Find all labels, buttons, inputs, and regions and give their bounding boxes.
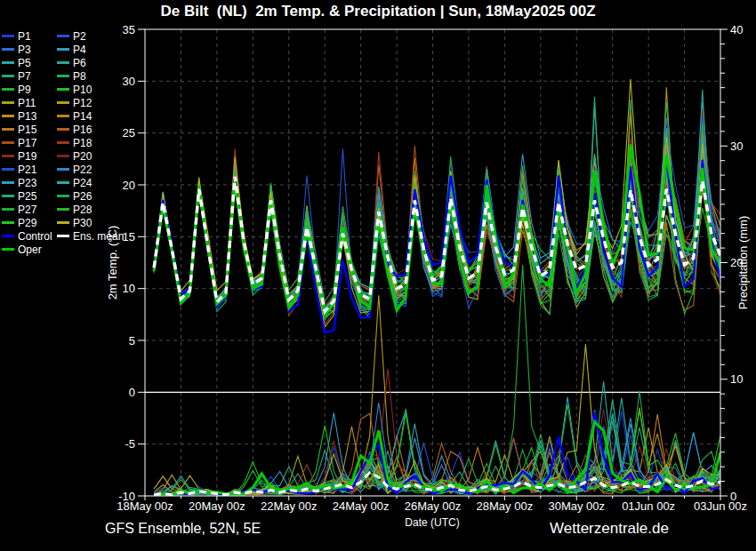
legend-swatch-p12 [57, 101, 69, 104]
legend-swatch-p30 [57, 221, 69, 224]
legend-row: P15P16 [2, 123, 124, 136]
legend-row: P3P4 [2, 43, 124, 56]
legend-label: Ens. mean [73, 231, 124, 242]
legend-swatch-p1 [2, 35, 14, 37]
legend-swatch-p23 [2, 181, 14, 184]
legend-swatch-p13 [2, 115, 14, 117]
legend-item-p27: P27 [2, 204, 57, 215]
y-left-tick-label: 30 [123, 75, 135, 88]
legend-item-p18: P18 [57, 138, 92, 148]
x-tick-label: 22May 00z [261, 499, 318, 513]
legend-label: P28 [73, 204, 92, 215]
legend-item-p6: P6 [57, 58, 86, 68]
x-tick-label: 30May 00z [548, 499, 605, 513]
legend-label: P24 [73, 178, 92, 188]
legend-label: P18 [73, 138, 92, 148]
legend-swatch-p15 [2, 128, 14, 131]
legend-swatch-p16 [57, 128, 69, 131]
legend-swatch-p21 [2, 168, 14, 171]
legend-item-oper: Oper [2, 244, 57, 255]
legend-row: P11P12 [2, 96, 124, 109]
legend-swatch-p17 [2, 141, 14, 144]
legend-swatch-p6 [57, 61, 69, 64]
legend-label: P30 [73, 218, 92, 228]
legend-swatch-p27 [2, 208, 14, 211]
x-axis-title: Date (UTC) [405, 516, 459, 529]
x-tick-label: 18May 00z [117, 499, 173, 513]
legend-swatch-p3 [2, 48, 14, 51]
legend-label: P14 [73, 111, 92, 122]
legend-item-p19: P19 [2, 151, 57, 162]
legend-item-p4: P4 [57, 44, 86, 55]
legend-item-p23: P23 [2, 178, 57, 188]
weather-ensemble-chart: De Bilt (NL) 2m Temp. & Precipitation | … [0, 0, 756, 551]
legend-label: Oper [18, 244, 42, 255]
legend-label: P7 [18, 71, 31, 82]
chart-title: De Bilt (NL) 2m Temp. & Precipitation | … [0, 3, 756, 20]
legend-row: P7P8 [2, 69, 124, 83]
legend-item-control: Control [2, 231, 57, 242]
legend-item-p1: P1 [2, 31, 57, 42]
x-tick-label: 03Jun 00z [694, 499, 747, 513]
legend-swatch-control [2, 235, 14, 237]
legend-swatch-p20 [57, 155, 69, 157]
legend-label: P1 [18, 31, 31, 42]
legend-label: P15 [18, 124, 36, 135]
legend-swatch-p5 [2, 61, 14, 64]
y-right-tick-label: 10 [730, 372, 743, 386]
y-left-tick-label: 5 [129, 334, 135, 347]
legend-swatch-p29 [2, 221, 14, 224]
y-left-tick-label: 15 [123, 230, 135, 244]
series-group [154, 79, 720, 496]
y-right-tick-label: 30 [730, 140, 743, 153]
legend-swatch-p26 [57, 195, 69, 197]
legend-item-p9: P9 [2, 84, 57, 95]
precip-line-P12 [154, 295, 720, 495]
legend-swatch-p18 [57, 141, 69, 144]
legend-label: P9 [18, 84, 31, 95]
legend-item-p12: P12 [57, 98, 92, 108]
y-left-tick-label: 20 [123, 179, 135, 192]
legend-item-p15: P15 [2, 124, 57, 135]
legend-item-p5: P5 [2, 58, 57, 68]
legend-row: P5P6 [2, 56, 124, 69]
legend-swatch-p14 [57, 115, 69, 117]
legend-item-p17: P17 [2, 138, 57, 148]
legend-label: P26 [73, 191, 92, 202]
legend-label: P23 [18, 178, 36, 188]
legend-item-p13: P13 [2, 111, 57, 122]
legend-label: P19 [18, 151, 36, 162]
legend-label: P6 [73, 58, 86, 68]
y-left-tick-label: 0 [129, 386, 135, 399]
legend-row: P19P20 [2, 149, 124, 163]
legend-swatch-p24 [57, 181, 69, 184]
y-left-tick-label: -5 [125, 437, 135, 451]
legend-item-ens-mean: Ens. mean [57, 231, 124, 242]
legend-item-p28: P28 [57, 204, 92, 215]
legend-item-p22: P22 [57, 164, 92, 175]
legend-swatch-oper [2, 248, 14, 251]
legend-swatch-p4 [57, 48, 69, 51]
legend-label: P3 [18, 44, 31, 55]
legend-item-p11: P11 [2, 98, 57, 108]
y-right-tick-label: 40 [730, 23, 743, 36]
legend: P1P2P3P4P5P6P7P8P9P10P11P12P13P14P15P16P… [2, 29, 124, 256]
legend-label: P8 [73, 71, 86, 82]
legend-label: P21 [18, 164, 36, 175]
legend-row: P13P14 [2, 109, 124, 123]
legend-item-p29: P29 [2, 218, 57, 228]
legend-label: P25 [18, 191, 36, 202]
legend-label: P11 [18, 98, 36, 108]
legend-swatch-p25 [2, 195, 14, 197]
legend-swatch-p8 [57, 75, 69, 77]
x-tick-label: 01Jun 00z [622, 499, 675, 513]
x-tick-label: 20May 00z [189, 499, 245, 513]
legend-item-p24: P24 [57, 178, 92, 188]
legend-swatch-p2 [57, 35, 69, 37]
legend-item-p7: P7 [2, 71, 57, 82]
y-right-axis-title: Precipitation (mm) [736, 216, 750, 309]
legend-row: P23P24 [2, 176, 124, 189]
legend-swatch-p28 [57, 208, 69, 211]
legend-label: P4 [73, 44, 86, 55]
legend-row: P21P22 [2, 163, 124, 176]
